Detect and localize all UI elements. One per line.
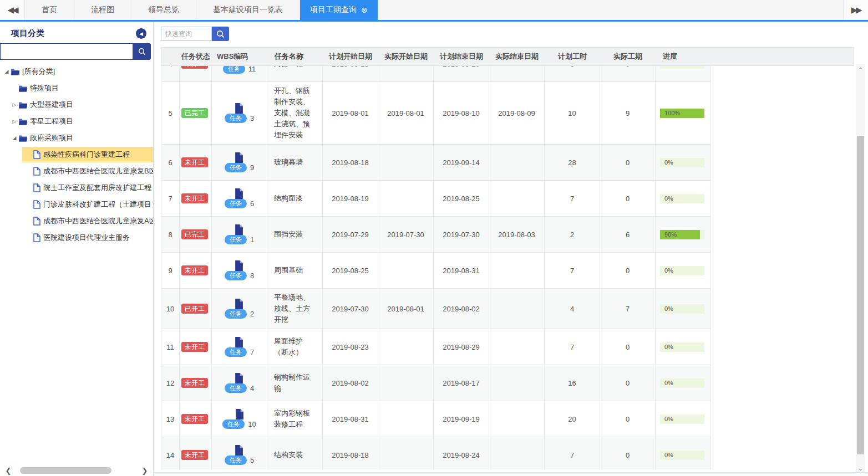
tab-label: 首页 bbox=[42, 5, 57, 15]
table-row[interactable]: 12未开工任务4钢构制作运输2019-08-022019-08-171600% bbox=[161, 365, 711, 401]
column-header-1[interactable]: 任务状态 bbox=[180, 48, 212, 65]
tree-item-10[interactable]: 成都市中西医结合医院儿童康复A区文化 bbox=[0, 213, 153, 229]
wbs-number: 6 bbox=[250, 199, 254, 208]
actual-end-date-cell bbox=[489, 145, 545, 180]
tab-5[interactable]: 项目工期查询⊗ bbox=[300, 0, 378, 20]
tree-item-11[interactable]: 医院建设项目代理业主服务 bbox=[0, 229, 153, 246]
progress-cell: 100% bbox=[656, 82, 711, 144]
horizontal-scrollbar-thumb[interactable] bbox=[20, 467, 111, 474]
sidebar-collapse-button[interactable]: ◀ bbox=[136, 28, 146, 39]
tab-2[interactable]: 流程图 bbox=[74, 0, 131, 20]
tree-item-2[interactable]: 特殊项目 bbox=[0, 80, 153, 96]
tree-item-9[interactable]: 门诊皮肤科改扩建工程（土建项目） bbox=[0, 196, 153, 213]
collapsed-caret-icon[interactable]: ▷ bbox=[11, 119, 18, 124]
tabs-scroll-right-icon[interactable]: ▶▶ bbox=[843, 0, 868, 20]
tree-item-1[interactable]: ◢[所有分类] bbox=[0, 63, 153, 80]
table-row[interactable]: 9未开工任务8周围基础2019-08-252019-08-31700% bbox=[161, 253, 711, 289]
table-row[interactable]: 7未开工任务6结构面漆2019-08-192019-08-25700% bbox=[161, 181, 711, 217]
plan-start-date-cell: 2019-08-25 bbox=[323, 253, 378, 288]
plan-hours-cell: 4 bbox=[545, 289, 600, 329]
actual-start-date-cell: 2019-07-30 bbox=[378, 217, 434, 252]
quick-search-button[interactable] bbox=[212, 27, 229, 41]
tree-item-7[interactable]: 成都市中西医结合医院儿童康复B区修缮 bbox=[0, 163, 153, 180]
scroll-right-arrow-icon[interactable]: ❯ bbox=[136, 467, 153, 475]
column-header-2[interactable]: WBS编码 bbox=[212, 48, 267, 65]
column-header-4[interactable]: 计划开始日期 bbox=[323, 48, 378, 65]
tab-1[interactable]: 首页 bbox=[25, 0, 74, 20]
table-row[interactable]: 13未开工任务10室内彩钢板装修工程2019-08-312019-09-1920… bbox=[161, 401, 711, 437]
wbs-number: 10 bbox=[248, 420, 256, 428]
actual-end-date-cell bbox=[489, 181, 545, 216]
tree-item-label: 政府采购项目 bbox=[30, 133, 73, 143]
row-number: 10 bbox=[161, 289, 180, 329]
actual-duration-cell: 0 bbox=[600, 66, 656, 81]
category-search-button[interactable] bbox=[133, 43, 151, 60]
scroll-up-arrow-icon[interactable]: ⌃ bbox=[856, 66, 865, 76]
tree-item-4[interactable]: ▷零星工程项目 bbox=[0, 113, 153, 130]
plan-start-date-cell: 2019-08-18 bbox=[323, 145, 378, 180]
tab-close-icon[interactable]: ⊗ bbox=[361, 6, 368, 14]
table-row[interactable]: 6未开工任务9玻璃幕墙2019-08-182019-09-142800% bbox=[161, 145, 711, 181]
task-status-cell: 未开工 bbox=[180, 145, 212, 180]
tab-label: 流程图 bbox=[91, 5, 114, 15]
status-badge: 未开工 bbox=[181, 414, 208, 424]
progress-bar: 100% bbox=[660, 109, 704, 118]
column-header-rownum[interactable] bbox=[161, 48, 180, 65]
tree-item-6[interactable]: 感染性疾病科门诊重建工程 bbox=[0, 146, 153, 163]
table-row[interactable]: 4未开工任务11门窗工程2019-09-152019-09-20600% bbox=[161, 66, 711, 82]
column-header-7[interactable]: 实际结束日期 bbox=[489, 48, 545, 65]
table-row[interactable]: 5已完工任务3开孔、钢筋制作安装、支模、混凝土浇筑、预埋件安装2019-08-0… bbox=[161, 82, 711, 145]
task-name-cell: 开孔、钢筋制作安装、支模、混凝土浇筑、预埋件安装 bbox=[267, 82, 323, 144]
search-icon bbox=[138, 47, 146, 56]
column-header-9[interactable]: 实际工期 bbox=[600, 48, 656, 65]
task-status-cell: 未开工 bbox=[180, 437, 212, 469]
collapsed-caret-icon[interactable]: ▷ bbox=[11, 102, 18, 108]
task-name-cell: 玻璃幕墙 bbox=[267, 145, 323, 180]
column-header-8[interactable]: 计划工时 bbox=[545, 48, 600, 65]
category-search-input[interactable] bbox=[0, 43, 133, 60]
status-badge: 未开工 bbox=[181, 265, 208, 275]
file-icon bbox=[33, 200, 40, 209]
expanded-caret-icon[interactable]: ◢ bbox=[3, 69, 10, 74]
tree-item-3[interactable]: ▷大型基建项目 bbox=[0, 96, 153, 113]
tree-item-5[interactable]: ◢政府采购项目 bbox=[0, 130, 153, 146]
table-row[interactable]: 10已开工任务2平整场地、放线、土方开挖2019-07-302019-08-01… bbox=[161, 289, 711, 329]
progress-label: 90% bbox=[664, 231, 677, 238]
plan-end-date-cell: 2019-08-02 bbox=[434, 289, 489, 329]
quick-search-input[interactable] bbox=[161, 27, 212, 41]
tree-item-8[interactable]: 院士工作室及配套用房改扩建工程 bbox=[0, 180, 153, 196]
column-header-5[interactable]: 实际开始日期 bbox=[378, 48, 434, 65]
tabs-scroll-left-icon[interactable]: ◀◀ bbox=[0, 0, 25, 20]
column-header-3[interactable]: 任务名称 bbox=[267, 48, 323, 65]
progress-cell: 0% bbox=[656, 437, 711, 469]
column-header-10[interactable]: 进度 bbox=[656, 48, 711, 65]
scroll-left-arrow-icon[interactable]: ❮ bbox=[0, 467, 17, 475]
task-name-cell: 屋面维护（断水） bbox=[267, 329, 323, 365]
column-header-6[interactable]: 计划结束日期 bbox=[434, 48, 489, 65]
tab-3[interactable]: 领导总览 bbox=[131, 0, 196, 20]
tab-list: 首页流程图领导总览基本建设项目一览表项目工期查询⊗ bbox=[25, 0, 378, 20]
plan-end-date-cell: 2019-09-20 bbox=[434, 66, 489, 81]
task-name-cell: 围挡安装 bbox=[267, 217, 323, 252]
status-badge: 已完工 bbox=[181, 229, 208, 239]
plan-end-date-cell: 2019-08-25 bbox=[434, 181, 489, 216]
progress-bar: 0% bbox=[660, 66, 704, 69]
wbs-code-cell: 任务6 bbox=[212, 181, 267, 216]
actual-end-date-cell: 2019-08-03 bbox=[489, 217, 545, 252]
task-file-icon bbox=[235, 409, 244, 419]
vertical-scrollbar: ⌃ ⌄ bbox=[856, 64, 865, 476]
table-row[interactable]: 11未开工任务7屋面维护（断水）2019-08-232019-08-29700% bbox=[161, 329, 711, 365]
progress-label: 0% bbox=[664, 380, 673, 386]
actual-duration-cell: 0 bbox=[600, 365, 656, 401]
file-icon bbox=[33, 167, 40, 176]
plan-start-date-cell: 2019-08-23 bbox=[323, 329, 378, 365]
table-row[interactable]: 8已完工任务1围挡安装2019-07-292019-07-302019-07-3… bbox=[161, 217, 711, 253]
task-type-badge: 任务 bbox=[225, 114, 247, 123]
vertical-scrollbar-thumb[interactable] bbox=[857, 136, 864, 454]
wbs-number: 7 bbox=[250, 348, 254, 356]
task-type-badge: 任务 bbox=[222, 419, 245, 429]
actual-start-date-cell bbox=[378, 253, 434, 288]
tab-4[interactable]: 基本建设项目一览表 bbox=[196, 0, 300, 20]
expanded-caret-icon[interactable]: ◢ bbox=[11, 135, 18, 141]
table-row[interactable]: 14未开工任务5结构安装2019-08-182019-08-24700% bbox=[161, 437, 711, 469]
